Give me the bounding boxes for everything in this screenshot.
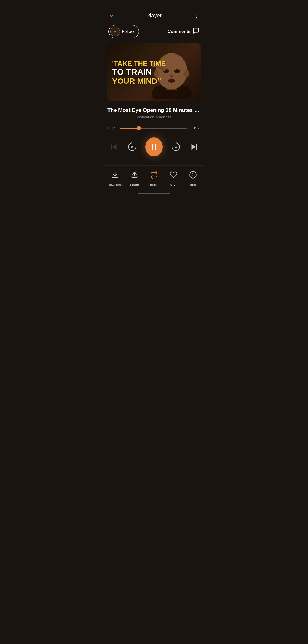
track-title: The Most Eye Opening 10 Minutes Of Y bbox=[107, 107, 201, 113]
progress-track[interactable] bbox=[120, 128, 187, 129]
svg-point-1 bbox=[196, 15, 197, 16]
forward-button[interactable]: 10 bbox=[170, 141, 182, 153]
repeat-icon bbox=[150, 171, 158, 181]
thumbnail-text: 'TAKE THE TIME TO TRAIN YOUR MIND" bbox=[112, 60, 166, 85]
thumbnail-line1: 'TAKE THE TIME bbox=[112, 60, 166, 67]
svg-point-13 bbox=[170, 75, 173, 78]
follow-button[interactable]: M Follow bbox=[108, 25, 139, 38]
rewind-label: 10 bbox=[131, 146, 133, 148]
svg-marker-19 bbox=[191, 144, 195, 150]
share-action[interactable]: Share bbox=[127, 171, 142, 187]
pause-button[interactable] bbox=[145, 137, 163, 156]
share-label: Share bbox=[130, 183, 139, 187]
total-time: 10:07 bbox=[190, 126, 200, 130]
svg-point-0 bbox=[196, 14, 197, 14]
save-label: Save bbox=[170, 183, 177, 187]
home-indicator bbox=[138, 193, 170, 194]
save-icon bbox=[170, 171, 177, 181]
svg-marker-17 bbox=[113, 144, 117, 150]
progress-section: 0:17 10:07 bbox=[103, 121, 205, 132]
header: Player bbox=[103, 0, 205, 23]
download-action[interactable]: Download bbox=[107, 171, 123, 187]
forward-label: 10 bbox=[175, 146, 177, 148]
share-icon bbox=[131, 171, 138, 181]
follow-label: Follow bbox=[122, 29, 134, 34]
info-label: Info bbox=[190, 183, 196, 187]
repeat-label: Repeat bbox=[148, 183, 160, 187]
repeat-action[interactable]: Repeat bbox=[146, 171, 162, 187]
next-button[interactable] bbox=[189, 141, 200, 153]
track-author: Motivation Madness bbox=[107, 115, 201, 119]
page-title: Player bbox=[146, 13, 162, 19]
progress-fill bbox=[120, 128, 139, 129]
svg-point-14 bbox=[168, 79, 175, 83]
more-options-button[interactable] bbox=[194, 13, 200, 19]
svg-rect-20 bbox=[196, 144, 197, 150]
info-icon bbox=[189, 171, 197, 181]
progress-thumb[interactable] bbox=[137, 126, 141, 130]
previous-button[interactable] bbox=[108, 141, 119, 153]
download-label: Download bbox=[107, 183, 123, 187]
svg-point-12 bbox=[176, 70, 178, 72]
thumbnail: 'TAKE THE TIME TO TRAIN YOUR MIND" bbox=[107, 43, 201, 101]
rewind-button[interactable]: 10 bbox=[126, 141, 138, 153]
track-info: The Most Eye Opening 10 Minutes Of Y Mot… bbox=[103, 101, 205, 121]
avatar: M bbox=[110, 27, 120, 36]
svg-point-8 bbox=[184, 70, 189, 78]
svg-rect-18 bbox=[111, 144, 112, 150]
info-action[interactable]: Info bbox=[185, 171, 201, 187]
action-bar: Download Share Repeat S bbox=[103, 165, 205, 189]
thumbnail-line3: YOUR MIND" bbox=[112, 76, 166, 85]
download-icon bbox=[111, 171, 119, 181]
current-time: 0:17 bbox=[108, 126, 117, 130]
save-action[interactable]: Save bbox=[166, 171, 181, 187]
thumbnail-line2: TO TRAIN bbox=[112, 67, 166, 76]
comments-label: Comments bbox=[167, 29, 191, 34]
svg-point-2 bbox=[196, 17, 197, 18]
comments-button[interactable]: Comments bbox=[167, 27, 200, 36]
meta-row: M Follow Comments bbox=[103, 23, 205, 43]
playback-controls: 10 10 bbox=[103, 132, 205, 163]
comments-icon bbox=[193, 27, 200, 36]
collapse-button[interactable] bbox=[108, 13, 114, 19]
